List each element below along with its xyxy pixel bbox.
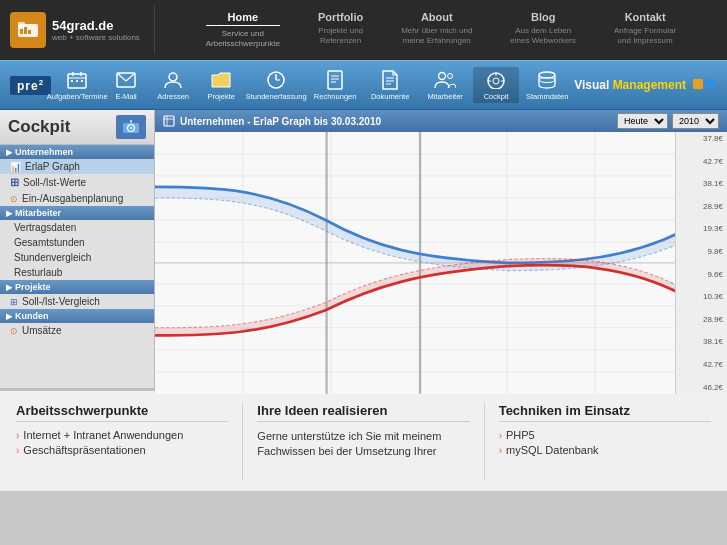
sidebar-item-umsatze[interactable]: ⊙ Umsätze xyxy=(0,323,154,338)
nav-item-kontakt[interactable]: Kontakt Anfrage Formularund Impressum xyxy=(600,5,690,56)
toolbar-btn-stammdaten[interactable]: Stammdaten xyxy=(520,67,574,103)
sidebar: Cockpit ▶ Unternehmen 📊 ErlaP Graph ⊞ So… xyxy=(0,110,155,388)
toolbar-buttons: Aufgaben/Termine E-Mail Adressen Projekt… xyxy=(51,67,574,103)
svg-rect-10 xyxy=(76,80,78,82)
triangle-icon3: ▶ xyxy=(6,283,12,292)
toolbar-btn-rechnungen[interactable]: Rechnungen xyxy=(308,67,362,103)
logo-area: 54grad.de web + software solutions xyxy=(0,6,155,54)
toolbar-btn-mitarbeiter[interactable]: Mitarbeiter xyxy=(418,67,472,103)
sidebar-header: Cockpit xyxy=(0,110,154,145)
triangle-icon2: ▶ xyxy=(6,209,12,218)
logo-text: 54grad.de web + software solutions xyxy=(52,18,140,42)
svg-rect-59 xyxy=(419,132,421,394)
toolbar-btn-stunden[interactable]: Stundenerfassung xyxy=(245,67,307,103)
chart2-icon: ⊙ xyxy=(10,326,18,336)
nav-item-portfolio[interactable]: Portfolio Projekte undReferenzen xyxy=(304,5,377,56)
col2-heading: Ihre Ideen realisieren xyxy=(257,403,469,422)
svg-rect-3 xyxy=(24,27,27,34)
plus-icon: ⊞ xyxy=(10,176,19,189)
graph-body: 37.8€ 42.7€ 38.1€ 28.9€ 19.3€ 9.8€ 9.6€ … xyxy=(155,132,727,394)
bottom-col-1: Arbeitsschwerpunkte › Internet + Intrane… xyxy=(16,403,243,479)
svg-rect-4 xyxy=(28,30,31,34)
nav-item-blog[interactable]: Blog Aus dem Lebeneines Webworkers xyxy=(496,5,590,56)
col3-heading: Techniken im Einsatz xyxy=(499,403,711,422)
sidebar-group-kunden[interactable]: ▶ Kunden xyxy=(0,309,154,323)
svg-rect-1 xyxy=(18,22,25,27)
sidebar-group-unternehmen[interactable]: ▶ Unternehmen xyxy=(0,145,154,159)
col1-heading: Arbeitsschwerpunkte xyxy=(16,403,228,422)
svg-rect-2 xyxy=(20,29,23,34)
toolbar-btn-cockpit[interactable]: Cockpit xyxy=(473,67,519,103)
toolbar-btn-email[interactable]: E-Mail xyxy=(104,67,148,103)
sidebar-item-vertragsdaten[interactable]: Vertragsdaten xyxy=(0,220,154,235)
svg-point-13 xyxy=(169,73,177,81)
triangle-icon4: ▶ xyxy=(6,312,12,321)
sidebar-item-soll-ist[interactable]: ⊞ Soll-/Ist-Werte xyxy=(0,174,154,191)
sidebar-group-mitarbeiter[interactable]: ▶ Mitarbeiter xyxy=(0,206,154,220)
logo-icon xyxy=(10,12,46,48)
sidebar-title: Cockpit xyxy=(8,117,110,137)
svg-point-25 xyxy=(448,74,453,79)
cockpit-icon xyxy=(116,115,146,139)
nav-item-home[interactable]: Home Service undArbeitsschwerpunkte xyxy=(192,5,294,56)
sidebar-item-resturlaub[interactable]: Resturlaub xyxy=(0,265,154,280)
sidebar-item-stundenvergleich[interactable]: Stundenvergleich xyxy=(0,250,154,265)
col1-item1: › Internet + Intranet Anwendungen xyxy=(16,429,228,441)
svg-point-24 xyxy=(439,73,446,80)
sidebar-item-einausgaben[interactable]: ⊙ Ein-/Ausgabenplanung xyxy=(0,191,154,206)
svg-rect-9 xyxy=(71,80,73,82)
col3-item2: › mySQL Datenbank xyxy=(499,444,711,456)
graph-header: Unternehmen - ErlaP Graph bis 30.03.2010… xyxy=(155,110,727,132)
arrow-icon4: › xyxy=(499,445,502,456)
nav-item-about[interactable]: About Mehr über mich undmeine Erfahrunge… xyxy=(387,5,486,56)
arrow-icon3: › xyxy=(499,430,502,441)
brand-area: pre2 xyxy=(4,76,51,95)
sidebar-item-erlap[interactable]: 📊 ErlaP Graph xyxy=(0,159,154,174)
top-nav: Home Service undArbeitsschwerpunkte Port… xyxy=(155,5,727,56)
date-select[interactable]: Heute xyxy=(617,113,668,129)
col3-item1: › PHP5 xyxy=(499,429,711,441)
col1-item2: › Geschäftspräsentationen xyxy=(16,444,228,456)
svg-rect-11 xyxy=(81,80,83,82)
pre2-brand: pre2 xyxy=(10,76,51,95)
bottom-col-2: Ihre Ideen realisieren Gerne unterstütze… xyxy=(243,403,484,479)
toolbar-btn-projekte[interactable]: Projekte xyxy=(198,67,244,103)
toolbar-btn-adressen[interactable]: Adressen xyxy=(149,67,197,103)
sidebar-item-soll-ist-vergleich[interactable]: ⊞ Soll-/Ist-Vergleich xyxy=(0,294,154,309)
triangle-icon: ▶ xyxy=(6,148,12,157)
sidebar-item-gesamtstunden[interactable]: Gesamtstunden xyxy=(0,235,154,250)
svg-point-27 xyxy=(493,78,499,84)
graph-area: Unternehmen - ErlaP Graph bis 30.03.2010… xyxy=(155,110,727,388)
svg-rect-58 xyxy=(326,132,328,394)
cal2-icon: ⊙ xyxy=(10,194,18,204)
bottom-col-3: Techniken im Einsatz › PHP5 › mySQL Date… xyxy=(485,403,711,479)
sidebar-group-projekte[interactable]: ▶ Projekte xyxy=(0,280,154,294)
toolbar-btn-aufgaben[interactable]: Aufgaben/Termine xyxy=(51,67,103,103)
bottom-section: Arbeitsschwerpunkte › Internet + Intrane… xyxy=(0,388,727,491)
arrow-icon1: › xyxy=(16,430,19,441)
visual-management-title: Visual Management xyxy=(574,78,725,92)
graph-title: Unternehmen - ErlaP Graph bis 30.03.2010 xyxy=(180,116,381,127)
svg-rect-37 xyxy=(164,116,174,126)
toolbar-btn-dokumente[interactable]: Dokumente xyxy=(363,67,417,103)
svg-rect-17 xyxy=(328,71,342,89)
table-icon: ⊞ xyxy=(10,297,18,307)
arrow-icon2: › xyxy=(16,445,19,456)
chart-icon: 📊 xyxy=(10,162,21,172)
svg-point-35 xyxy=(130,127,132,129)
year-select[interactable]: 2010 2009 2008 xyxy=(672,113,719,129)
app-bar: pre2 Aufgaben/Termine E-Mail Adressen xyxy=(0,60,727,110)
y-axis: 37.8€ 42.7€ 38.1€ 28.9€ 19.3€ 9.8€ 9.6€ … xyxy=(675,132,727,394)
col2-item1: Gerne unterstütze ich Sie mit meinem Fac… xyxy=(257,429,469,460)
graph-svg xyxy=(155,132,727,394)
